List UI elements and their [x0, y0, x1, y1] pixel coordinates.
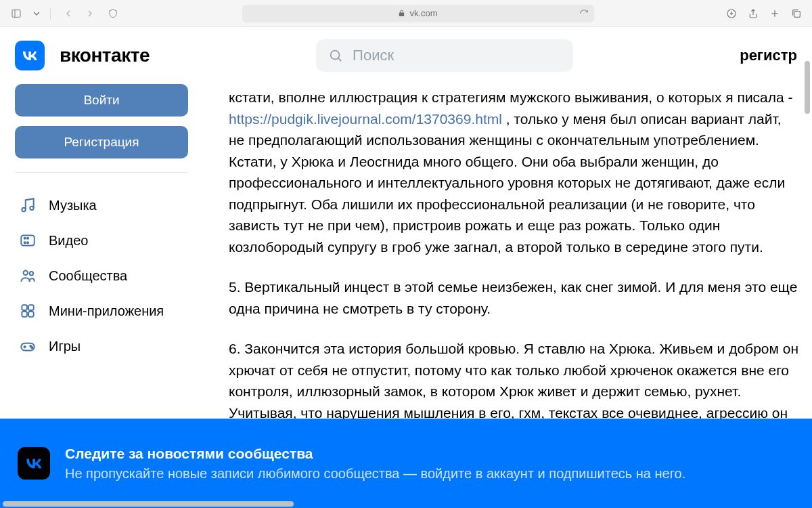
browser-toolbar: vk.com — [0, 0, 812, 27]
follow-banner[interactable]: Следите за новостями сообщества Не пропу… — [0, 419, 812, 508]
lock-icon — [398, 9, 405, 17]
svg-point-14 — [27, 242, 28, 243]
text: , только у меня был описан вариант лайт,… — [229, 111, 785, 255]
svg-rect-20 — [28, 312, 34, 317]
svg-point-8 — [22, 208, 25, 211]
svg-rect-17 — [22, 305, 27, 310]
sidebar-item-games[interactable]: Игры — [15, 329, 188, 364]
sidebar-item-apps[interactable]: Мини-приложения — [15, 293, 188, 329]
sidebar-item-video[interactable]: Видео — [15, 223, 188, 258]
svg-line-7 — [338, 58, 342, 62]
apps-icon — [19, 302, 37, 320]
tabs-icon[interactable] — [790, 7, 803, 20]
svg-point-25 — [31, 347, 32, 348]
divider — [50, 7, 51, 20]
article-paragraph: 6. Закончится эта история большой кровью… — [229, 338, 800, 423]
search-input[interactable] — [353, 47, 561, 64]
divider — [15, 172, 188, 173]
text: кстати, вполне иллюстрация к стратегиям … — [229, 89, 793, 105]
vk-app-icon — [18, 447, 50, 480]
register-link[interactable]: регистр — [740, 47, 797, 64]
article-paragraph: кстати, вполне иллюстрация к стратегиям … — [229, 87, 800, 257]
url-text: vk.com — [409, 8, 437, 18]
communities-icon — [19, 267, 37, 284]
share-icon[interactable] — [747, 7, 759, 20]
svg-rect-10 — [21, 235, 35, 245]
svg-rect-0 — [12, 9, 20, 17]
reload-icon[interactable] — [579, 9, 589, 18]
sidebar-item-label: Видео — [49, 233, 88, 249]
horizontal-scrollbar[interactable] — [3, 501, 294, 507]
back-button[interactable] — [62, 7, 75, 20]
sidebar-item-communities[interactable]: Сообщества — [15, 258, 188, 293]
sidebar-item-label: Музыка — [49, 198, 97, 213]
svg-rect-18 — [28, 305, 34, 310]
svg-point-9 — [30, 207, 33, 210]
article-paragraph: 5. Вертикальный инцест в этой семье неиз… — [229, 276, 800, 319]
svg-point-11 — [24, 238, 26, 239]
svg-point-13 — [24, 242, 26, 243]
banner-title: Следите за новостями сообщества — [65, 446, 685, 462]
sidebar-toggle-icon[interactable] — [9, 7, 23, 20]
shield-icon[interactable] — [106, 7, 120, 20]
vk-logo[interactable] — [15, 41, 45, 70]
svg-rect-19 — [22, 312, 27, 317]
forward-button[interactable] — [83, 7, 97, 20]
search-icon — [328, 48, 343, 63]
video-icon — [19, 232, 37, 249]
brand-text[interactable]: вконтакте — [60, 45, 150, 66]
register-button[interactable]: Регистрация — [15, 126, 188, 158]
sidebar-item-label: Сообщества — [49, 268, 127, 284]
svg-point-12 — [27, 238, 28, 239]
vertical-scrollbar[interactable] — [805, 61, 810, 114]
sidebar-item-label: Игры — [49, 339, 81, 354]
banner-subtitle: Не пропускайте новые записи любимого соо… — [65, 466, 685, 482]
header: вконтакте регистр — [0, 27, 812, 84]
svg-point-16 — [30, 272, 33, 275]
svg-rect-5 — [794, 11, 800, 17]
login-button[interactable]: Войти — [15, 84, 188, 117]
svg-point-15 — [24, 270, 28, 275]
address-bar[interactable]: vk.com — [242, 5, 594, 22]
chevron-down-icon[interactable] — [30, 7, 43, 20]
external-link[interactable]: https://pudgik.livejournal.com/1370369.h… — [229, 111, 502, 127]
sidebar-item-music[interactable]: Музыка — [15, 188, 188, 223]
search-box[interactable] — [316, 39, 573, 72]
svg-point-6 — [331, 51, 340, 60]
games-icon — [19, 337, 37, 355]
music-icon — [19, 196, 37, 214]
sidebar-item-label: Мини-приложения — [49, 303, 164, 319]
downloads-icon[interactable] — [725, 7, 738, 20]
new-tab-icon[interactable] — [769, 7, 781, 20]
